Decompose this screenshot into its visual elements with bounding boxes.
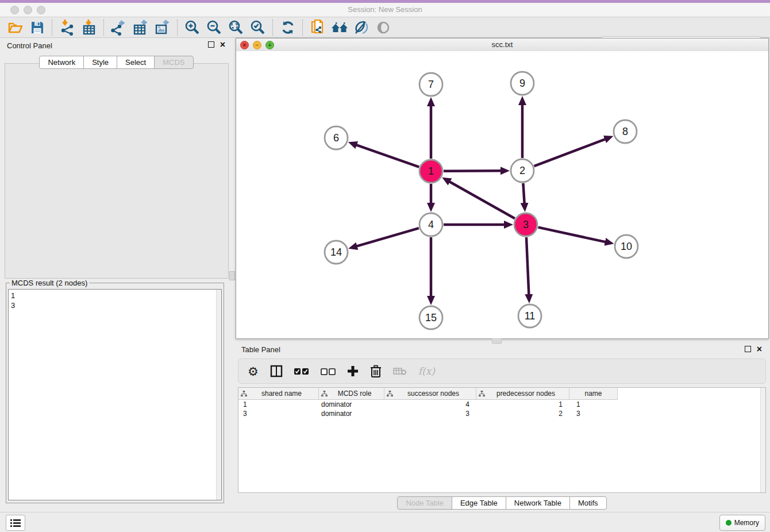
network-graph[interactable]: 7968124314101511 [236, 51, 768, 338]
zoom-in-icon [184, 20, 201, 36]
column-header-predecessor-nodes[interactable]: predecessor nodes [476, 388, 569, 399]
open-folder-icon [8, 21, 23, 34]
horizontal-splitter-handle[interactable] [492, 338, 502, 344]
graph-edge-2-8[interactable] [534, 139, 606, 166]
main-toolbar [0, 17, 770, 38]
home-button[interactable] [329, 18, 351, 37]
close-table-panel-icon[interactable]: × [757, 346, 762, 352]
table-settings-icon[interactable]: ⚙ [248, 365, 259, 377]
tab-network-table[interactable]: Network Table [506, 496, 570, 510]
export-network-button[interactable] [108, 18, 130, 37]
table-panel-title: Table Panel [241, 345, 280, 354]
zoom-in-button[interactable] [182, 18, 203, 37]
zoom-fit-button[interactable] [225, 18, 247, 37]
split-columns-icon[interactable] [270, 365, 283, 377]
add-column-icon[interactable] [347, 365, 359, 377]
export-network-icon [111, 20, 127, 36]
control-panel-title: Control Panel [7, 41, 52, 50]
close-panel-icon[interactable]: × [220, 41, 225, 48]
import-table-button[interactable] [78, 18, 100, 37]
graph-node-label: 3 [523, 219, 529, 230]
apply-style-button[interactable] [351, 18, 372, 37]
titlebar: Session: New Session [0, 3, 770, 17]
delete-table-icon[interactable] [393, 367, 407, 376]
table-cell[interactable]: 1 [238, 400, 319, 408]
select-all-icon[interactable] [294, 368, 309, 375]
column-header-shared-name[interactable]: shared name [238, 388, 319, 399]
tab-edge-table[interactable]: Edge Table [452, 496, 506, 510]
application-window: Session: New Session [0, 0, 770, 532]
network-canvas[interactable]: 7968124314101511 [236, 51, 768, 338]
table-cell[interactable]: 1 [476, 400, 569, 408]
graph-edge-3-11[interactable] [526, 237, 529, 295]
zoom-out-button[interactable] [203, 18, 225, 37]
show-graphics-details-button[interactable] [372, 18, 394, 37]
table-cell[interactable]: dominator [319, 410, 384, 418]
function-builder-icon[interactable]: f(x) [418, 365, 435, 377]
table-panel: Table Panel × ⚙ [236, 344, 769, 511]
network-window-titlebar[interactable]: × − + scc.txt [236, 38, 768, 52]
table-cell[interactable]: 4 [384, 400, 476, 408]
table-cell[interactable]: 3 [569, 410, 618, 418]
graph-node-label: 8 [622, 126, 628, 137]
panel-splitter-handle[interactable] [229, 271, 235, 280]
clone-network-icon [310, 19, 325, 36]
table-toolbar: ⚙ [238, 358, 766, 384]
window-title: Session: New Session [0, 5, 770, 14]
mcds-result-textarea[interactable]: 1 3 [8, 289, 222, 500]
import-table-icon [82, 20, 97, 36]
zoom-fit-icon [228, 20, 244, 36]
tab-network[interactable]: Network [39, 56, 84, 69]
tab-mcds[interactable]: MCDS [154, 56, 193, 69]
refresh-button[interactable] [277, 18, 299, 37]
export-table-button[interactable] [130, 18, 152, 37]
table-cell[interactable]: dominator [319, 400, 384, 408]
home-icon [330, 21, 349, 34]
table-cell[interactable]: 1 [569, 400, 618, 408]
deselect-all-icon[interactable] [321, 368, 336, 375]
graph-node-label: 1 [428, 165, 434, 177]
column-header-name[interactable]: name [569, 388, 618, 399]
tab-node-table[interactable]: Node Table [397, 496, 452, 510]
memory-button[interactable]: Memory [719, 515, 765, 531]
attribute-tree-icon [387, 391, 393, 397]
float-panel-icon[interactable] [208, 41, 214, 48]
graph-edge-4-14[interactable] [356, 228, 419, 246]
task-history-button[interactable] [6, 515, 25, 531]
table-cell[interactable]: 3 [384, 410, 476, 418]
export-table-icon [133, 20, 149, 36]
graph-node-label: 11 [525, 310, 536, 322]
graph-edge-1-6[interactable] [356, 145, 419, 167]
column-header-successor-nodes[interactable]: successor nodes [384, 388, 476, 399]
zoom-selected-button[interactable] [247, 18, 269, 37]
node-table[interactable]: shared name MCDS role [238, 387, 766, 493]
tab-style[interactable]: Style [83, 56, 117, 69]
open-session-button[interactable] [5, 18, 26, 37]
graph-edge-1-2[interactable] [444, 171, 502, 171]
graph-edge-3-1[interactable] [449, 182, 514, 219]
mcds-result-values: 1 3 [11, 291, 15, 310]
tab-select[interactable]: Select [117, 56, 155, 69]
table-cell[interactable]: 3 [238, 410, 319, 418]
node-table-header: shared name MCDS role [238, 388, 618, 400]
table-scrollbar[interactable] [760, 388, 765, 492]
graph-edge-3-10[interactable] [538, 228, 606, 242]
float-table-panel-icon[interactable] [745, 346, 751, 352]
column-header-mcds-role[interactable]: MCDS role [319, 388, 384, 399]
tab-motifs[interactable]: Motifs [569, 496, 607, 510]
graph-edge-2-3[interactable] [523, 183, 524, 204]
status-bar: Memory [0, 512, 770, 532]
import-network-button[interactable] [56, 18, 78, 37]
export-image-button[interactable] [152, 18, 174, 37]
attribute-tree-icon [321, 391, 328, 397]
clone-network-button[interactable] [307, 18, 329, 37]
table-row[interactable]: 1dominator411 [238, 400, 618, 409]
save-icon [30, 21, 44, 34]
save-session-button[interactable] [26, 18, 48, 37]
delete-column-icon[interactable] [370, 365, 382, 377]
graph-node-label: 7 [428, 79, 434, 90]
mcds-tab-content [5, 63, 229, 279]
result-scrollbar[interactable] [216, 290, 221, 500]
table-row[interactable]: 3dominator323 [238, 409, 618, 418]
table-cell[interactable]: 2 [476, 410, 569, 418]
